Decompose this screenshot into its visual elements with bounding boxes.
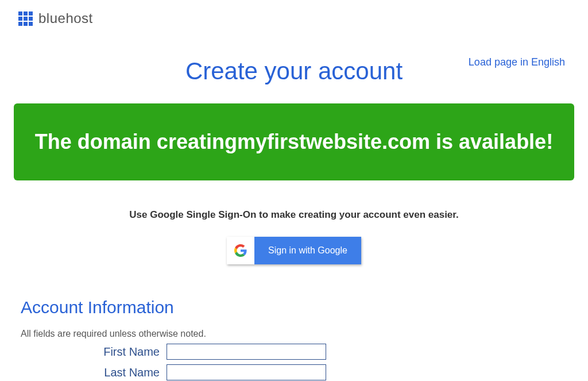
- header: bluehost: [0, 0, 588, 37]
- bluehost-logo-icon: [18, 11, 33, 26]
- sso-instruction-text: Use Google Single Sign-On to make creati…: [0, 209, 588, 221]
- google-button-label: Sign in with Google: [254, 237, 361, 264]
- required-fields-note: All fields are required unless otherwise…: [21, 329, 588, 339]
- last-name-row: Last Name: [0, 364, 588, 380]
- last-name-input[interactable]: [167, 364, 326, 380]
- first-name-input[interactable]: [167, 344, 326, 360]
- first-name-label: First Name: [103, 345, 160, 358]
- account-information-heading: Account Information: [21, 298, 588, 317]
- first-name-row: First Name: [0, 344, 588, 360]
- google-icon: [227, 237, 254, 264]
- domain-available-banner: The domain creatingmyfirstwebsite.com is…: [14, 103, 574, 180]
- brand-name: bluehost: [38, 10, 93, 26]
- last-name-label: Last Name: [104, 366, 160, 379]
- load-page-english-link[interactable]: Load page in English: [469, 56, 565, 68]
- sign-in-with-google-button[interactable]: Sign in with Google: [227, 237, 361, 264]
